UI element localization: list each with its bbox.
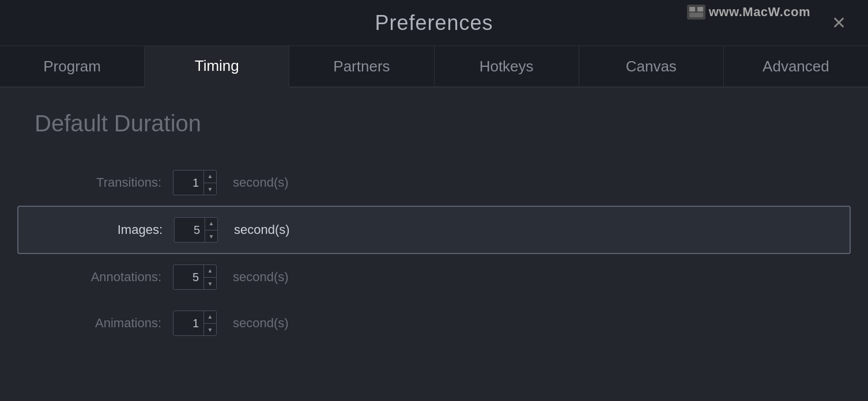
images-spin-up[interactable]: ▲ — [205, 217, 217, 230]
images-unit: second(s) — [234, 222, 290, 237]
preferences-window: www.MacW.com Preferences ✕ ProgramTiming… — [0, 0, 868, 401]
tab-hotkeys[interactable]: Hotkeys — [435, 46, 579, 86]
annotations-spin-down[interactable]: ▼ — [204, 278, 216, 290]
transitions-spinbox[interactable]: ▲▼ — [173, 170, 217, 195]
duration-row-images: Images:▲▼second(s) — [17, 206, 851, 254]
watermark-text: www.MacW.com — [709, 5, 810, 20]
tab-partners[interactable]: Partners — [289, 46, 434, 86]
annotations-unit: second(s) — [233, 270, 289, 285]
tab-program[interactable]: Program — [0, 46, 145, 86]
duration-row-animations: Animations:▲▼second(s) — [35, 300, 833, 346]
tabs-bar: ProgramTimingPartnersHotkeysCanvasAdvanc… — [0, 46, 868, 88]
animations-spinbox[interactable]: ▲▼ — [173, 311, 217, 336]
content-area: Default Duration Transitions:▲▼second(s)… — [0, 88, 868, 401]
svg-rect-0 — [687, 5, 705, 20]
transitions-label: Transitions: — [35, 175, 161, 190]
svg-rect-2 — [697, 7, 703, 12]
app-logo-icon — [687, 5, 705, 20]
tab-advanced[interactable]: Advanced — [724, 46, 868, 86]
duration-rows: Transitions:▲▼second(s)Images:▲▼second(s… — [35, 160, 833, 346]
animations-spin-down[interactable]: ▼ — [204, 324, 216, 336]
animations-arrows: ▲▼ — [203, 311, 216, 336]
animations-label: Animations: — [35, 316, 161, 331]
annotations-label: Annotations: — [35, 270, 161, 285]
close-button[interactable]: ✕ — [826, 12, 852, 34]
tab-timing[interactable]: Timing — [145, 46, 289, 88]
animations-value-input[interactable] — [173, 317, 203, 330]
images-arrows: ▲▼ — [205, 217, 217, 243]
tab-canvas[interactable]: Canvas — [579, 46, 724, 86]
images-spinbox[interactable]: ▲▼ — [174, 217, 218, 243]
transitions-unit: second(s) — [233, 175, 289, 190]
images-spin-down[interactable]: ▼ — [205, 230, 217, 243]
section-title: Default Duration — [35, 111, 833, 137]
transitions-spin-down[interactable]: ▼ — [204, 183, 216, 196]
duration-row-transitions: Transitions:▲▼second(s) — [35, 160, 833, 206]
transitions-spin-up[interactable]: ▲ — [204, 170, 216, 183]
title-bar: www.MacW.com Preferences ✕ — [0, 0, 868, 46]
annotations-arrows: ▲▼ — [203, 264, 216, 290]
svg-rect-3 — [689, 13, 703, 17]
window-title: Preferences — [375, 11, 493, 35]
transitions-value-input[interactable] — [173, 176, 203, 190]
annotations-value-input[interactable] — [173, 271, 203, 284]
watermark: www.MacW.com — [687, 5, 810, 20]
images-value-input[interactable] — [175, 224, 205, 237]
animations-spin-up[interactable]: ▲ — [204, 311, 216, 324]
svg-rect-1 — [689, 7, 695, 12]
duration-row-annotations: Annotations:▲▼second(s) — [35, 254, 833, 300]
transitions-arrows: ▲▼ — [203, 170, 216, 195]
annotations-spinbox[interactable]: ▲▼ — [173, 264, 217, 290]
animations-unit: second(s) — [233, 316, 289, 331]
annotations-spin-up[interactable]: ▲ — [204, 264, 216, 278]
images-label: Images: — [36, 222, 163, 237]
